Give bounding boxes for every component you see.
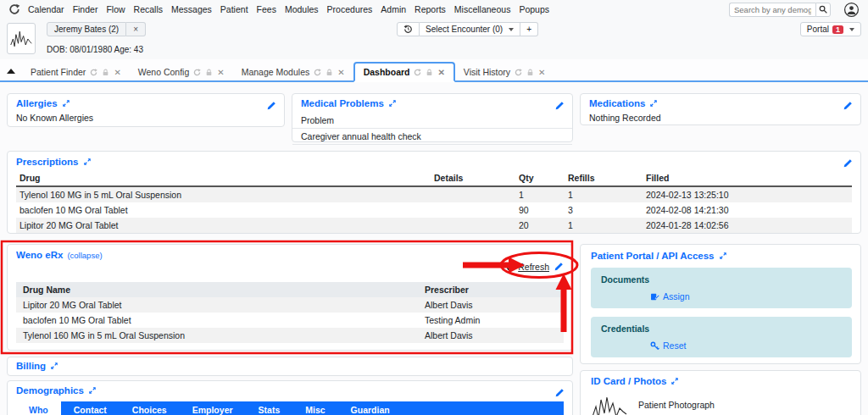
tab-lock-icon[interactable] (526, 69, 534, 76)
tab-refresh-icon[interactable] (193, 69, 201, 76)
demo-tab-contact[interactable]: Contact (61, 401, 120, 415)
add-encounter-button[interactable]: + (520, 22, 538, 36)
demographics-title[interactable]: Demographics (16, 385, 564, 396)
patient-avatar-squiggle (9, 28, 33, 50)
reset-button[interactable]: Reset (650, 340, 686, 351)
id-card-title[interactable]: ID Card / Photos (591, 376, 850, 386)
user-account-icon[interactable] (843, 2, 860, 18)
prescriptions-title[interactable]: Prescriptions (16, 157, 852, 167)
menu-modules[interactable]: Modules (285, 4, 319, 14)
edit-prescriptions-pencil-icon[interactable] (843, 157, 853, 172)
medications-content: Nothing Recorded (589, 113, 852, 123)
menu-admin[interactable]: Admin (381, 4, 406, 14)
tab-refresh-icon[interactable] (314, 69, 321, 76)
weno-collapse-link[interactable]: (collapse) (67, 251, 102, 260)
tab-close-icon[interactable]: ✕ (217, 68, 224, 77)
tab-lock-icon[interactable] (326, 69, 333, 76)
menu-popups[interactable]: Popups (519, 4, 549, 14)
patient-portal-title[interactable]: Patient Portal / API Access (591, 251, 850, 261)
medications-title[interactable]: Medications (589, 98, 852, 108)
tab-refresh-icon[interactable] (414, 69, 421, 76)
openemr-dashboard: Calendar Finder Flow Recalls Messages Pa… (0, 0, 868, 415)
edit-weno-pencil-icon[interactable] (554, 262, 564, 272)
tab-weno-config[interactable]: Weno Config ✕ (130, 64, 233, 80)
expand-icon (50, 362, 58, 370)
encounter-controls: Select Encounter (0) + (397, 22, 538, 36)
chevron-down-icon (509, 28, 514, 31)
edit-allergies-pencil-icon[interactable] (266, 99, 276, 114)
menu-recalls[interactable]: Recalls (134, 4, 163, 14)
menu-patient[interactable]: Patient (220, 4, 248, 14)
prescription-row[interactable]: baclofen 10 MG Oral Tablet 903 2024-02-0… (16, 202, 852, 218)
documents-subcard: Documents Assign (591, 268, 852, 308)
menu-finder[interactable]: Finder (73, 4, 98, 14)
patient-dob: DOB: 08/01/1980 Age: 43 (47, 45, 143, 54)
menu-procedures[interactable]: Procedures (327, 4, 373, 14)
tab-close-icon[interactable]: ✕ (114, 68, 120, 77)
demo-tab-who[interactable]: Who (16, 401, 61, 415)
col-filled: Filled (643, 171, 852, 186)
tab-refresh-icon[interactable] (515, 69, 522, 76)
problem-row[interactable]: Caregiver annual health check (292, 129, 572, 145)
tab-patient-finder[interactable]: Patient Finder ✕ (22, 64, 130, 80)
demo-tab-choices[interactable]: Choices (120, 401, 180, 415)
tab-lock-icon[interactable] (205, 69, 213, 76)
menu-fees[interactable]: Fees (257, 4, 276, 14)
medical-problems-title[interactable]: Medical Problems (292, 98, 572, 108)
problems-column-header: Problem (292, 113, 572, 129)
app-logo-refresh-icon[interactable] (8, 3, 20, 15)
edit-medical-problems-pencil-icon[interactable] (554, 99, 565, 114)
edit-demographics-pencil-icon[interactable] (554, 386, 565, 401)
demo-tab-stats[interactable]: Stats (246, 401, 293, 415)
tab-visit-history[interactable]: Visit History ✕ (455, 64, 554, 80)
id-card-photos-card: ID Card / Photos Patient Photograph (580, 370, 861, 415)
menu-flow[interactable]: Flow (106, 4, 125, 14)
tab-manage-modules[interactable]: Manage Modules ✕ (233, 64, 353, 80)
patient-portal-card: Patient Portal / API Access Documents As… (580, 244, 861, 364)
search-input[interactable] (729, 3, 815, 17)
prescription-row[interactable]: Tylenol 160 MG in 5 mL Oral Suspension 1… (16, 186, 852, 202)
documents-label: Documents (601, 274, 649, 285)
tab-lock-icon[interactable] (426, 69, 433, 76)
prescription-row[interactable]: Lipitor 20 MG Oral Tablet 201 2024-01-28… (16, 218, 852, 233)
tab-close-icon[interactable]: ✕ (437, 68, 444, 77)
tab-close-icon[interactable]: ✕ (538, 68, 545, 77)
patient-name-button[interactable]: Jeremy Bates (2) (47, 22, 126, 36)
billing-title[interactable]: Billing (16, 361, 564, 371)
tab-refresh-icon[interactable] (90, 69, 97, 76)
expand-icon (88, 386, 97, 395)
weno-erx-card: Weno eRx (collapse) Refresh Drug Name Pr… (7, 244, 573, 351)
menu-messages[interactable]: Messages (171, 4, 212, 14)
portal-count-badge: 1 (832, 25, 843, 34)
weno-row[interactable]: baclofen 10 MG Oral TabletTesting Admin (16, 313, 564, 328)
edit-medications-pencil-icon[interactable] (843, 99, 853, 114)
col-qty: Qty (515, 171, 565, 186)
history-icon (403, 25, 413, 34)
assign-button[interactable]: Assign (650, 291, 690, 302)
patient-photo-thumbnail[interactable] (591, 393, 628, 415)
select-encounter-dropdown[interactable]: Select Encounter (0) (420, 22, 520, 36)
collapse-tabs-caret-icon[interactable] (7, 69, 15, 74)
expand-icon (649, 99, 658, 108)
tab-lock-icon[interactable] (102, 69, 109, 76)
expand-icon (719, 252, 727, 260)
menu-reports[interactable]: Reports (415, 4, 446, 14)
demo-tab-employer[interactable]: Employer (180, 401, 246, 415)
weno-row[interactable]: Tylenol 160 MG in 5 mL Oral SuspensionAl… (16, 328, 564, 343)
demographics-card: Demographics Who Contact Choices Employe… (7, 380, 573, 415)
encounter-history-button[interactable] (397, 22, 420, 36)
portal-dropdown-button[interactable]: Portal 1 (800, 22, 861, 36)
menu-calendar[interactable]: Calendar (28, 4, 64, 14)
patient-close-button[interactable]: × (126, 22, 146, 36)
tab-close-icon[interactable]: ✕ (337, 68, 344, 77)
demo-tab-misc[interactable]: Misc (292, 401, 337, 415)
col-prescriber: Prescriber (418, 282, 564, 297)
search-button[interactable] (815, 3, 831, 17)
weno-row[interactable]: Lipitor 20 MG Oral TabletAlbert Davis (16, 297, 564, 313)
allergies-title[interactable]: Allergies (16, 98, 275, 108)
tab-dashboard[interactable]: Dashboard ✕ (353, 62, 455, 82)
demo-tab-guardian[interactable]: Guardian (338, 401, 403, 415)
menu-miscellaneous[interactable]: Miscellaneous (454, 4, 511, 14)
weno-refresh-button[interactable]: Refresh (506, 262, 549, 272)
patient-avatar[interactable] (7, 23, 36, 54)
